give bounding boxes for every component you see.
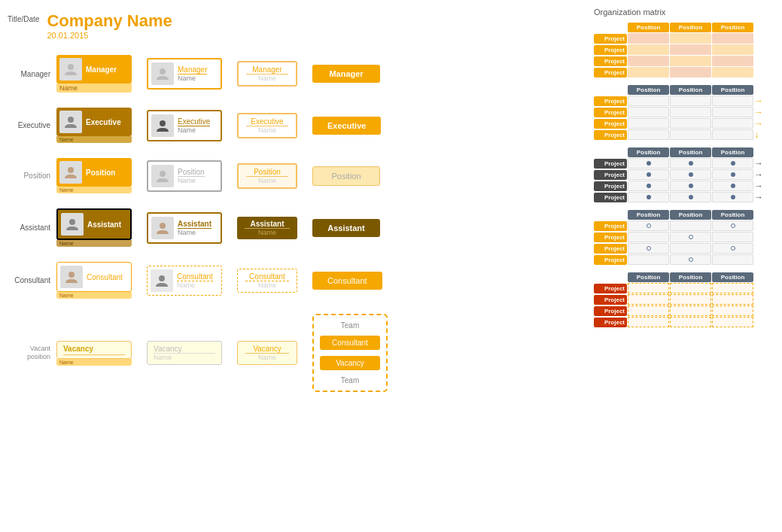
- assistant-title-3: Assistant: [245, 220, 290, 229]
- executive-title-1: Executive: [86, 118, 121, 126]
- executive-name-3: Name: [246, 126, 288, 134]
- consultant-card-3[interactable]: Consultant Name: [237, 269, 297, 293]
- executive-name-1: Name: [56, 136, 132, 143]
- matrix-row-4-2: Project: [594, 232, 774, 242]
- m2c-3-2: [670, 118, 711, 129]
- matrix-row-5-3: Project: [594, 306, 774, 316]
- svg-point-5: [160, 171, 166, 177]
- m2c-2-1: [628, 107, 669, 117]
- assistant-card-4[interactable]: Assistant: [312, 219, 380, 237]
- matrix-proj-5-4: Project: [594, 318, 627, 327]
- matrix-cell-2-1: [628, 44, 669, 55]
- assistant-card-2[interactable]: Assistant Name: [147, 212, 222, 244]
- team-label-bottom: Team: [341, 376, 359, 385]
- manager-title-1: Manager: [86, 65, 117, 74]
- assistant-name-1: Name: [56, 240, 132, 247]
- executive-title-2: Executive: [178, 117, 210, 126]
- m3c-4-2: [670, 192, 711, 202]
- company-date: 20.01.2015: [47, 31, 172, 40]
- assistant-card-3[interactable]: Assistant Name: [237, 217, 297, 239]
- manager-name-2: Name: [178, 74, 207, 82]
- m5c-4-2: [670, 317, 711, 327]
- vacant-row: Vacant position Vacancy Name Vacancy Nam…: [8, 314, 579, 392]
- consultant-name-2: Name: [177, 281, 213, 289]
- m5c-1-3: [712, 283, 753, 293]
- matrix-header-pos4-3: Position: [712, 210, 753, 220]
- consultant-row: Consultant Consultant Name: [8, 262, 579, 299]
- matrix-proj-3-1: Project: [594, 159, 627, 169]
- executive-photo-2: [151, 114, 174, 137]
- org-matrix-title: Organization matrix: [594, 8, 774, 17]
- matrix-row-1-1: Project: [594, 33, 774, 44]
- vacancy-name-2: Name: [154, 354, 215, 361]
- m4c-1-3: [712, 220, 753, 231]
- matrix-proj-4-2: Project: [594, 233, 627, 242]
- position-card-1[interactable]: Position Name: [56, 158, 132, 193]
- matrix-row-2-3: Project →: [594, 118, 774, 129]
- matrix-cell-3-1: [628, 56, 669, 66]
- position-row-label: Position: [8, 172, 56, 180]
- matrix-header-pos3-2: Position: [670, 147, 711, 157]
- manager-card-4[interactable]: Manager: [312, 65, 380, 83]
- vacancy-card-1[interactable]: Vacancy Name: [56, 341, 132, 366]
- matrix-row-3-2: Project →: [594, 169, 774, 180]
- assistant-card-1[interactable]: Assistant Name: [56, 208, 132, 247]
- matrix-proj-2-4: Project: [594, 130, 627, 140]
- consultant-card-4[interactable]: Consultant: [312, 272, 382, 290]
- matrix-header-pos-3: Position: [712, 23, 753, 32]
- matrix-row-2-4: Project ↓: [594, 129, 774, 140]
- executive-photo-1: [59, 111, 82, 133]
- executive-title-3: Executive: [246, 117, 288, 126]
- position-title-1: Position: [86, 169, 115, 177]
- executive-card-1[interactable]: Executive Name: [56, 108, 132, 143]
- matrix-header-pos-2: Position: [670, 23, 711, 32]
- position-card-3[interactable]: Position Name: [237, 163, 297, 189]
- matrix-header-pos5-1: Position: [628, 272, 669, 282]
- manager-card-2[interactable]: Manager Name: [147, 58, 222, 90]
- executive-card-4[interactable]: Executive: [312, 117, 381, 135]
- vacancy-card-2[interactable]: Vacancy Name: [147, 341, 222, 365]
- manager-card-3[interactable]: Manager Name: [237, 61, 297, 87]
- svg-point-6: [69, 219, 75, 225]
- matrix-cell-2-3: [712, 44, 753, 55]
- matrix-proj-2-2: Project: [594, 108, 627, 117]
- matrix-row-3-3: Project →: [594, 181, 774, 191]
- team-vacancy[interactable]: Vacancy: [320, 356, 380, 370]
- consultant-name-1: Name: [56, 292, 132, 299]
- m5c-3-1: [628, 306, 669, 316]
- m5c-2-1: [628, 294, 669, 305]
- m4c-2-1: [628, 232, 669, 242]
- position-card-4[interactable]: Position: [312, 166, 380, 186]
- position-card-2[interactable]: Position Name: [147, 160, 222, 192]
- consultant-title-2: Consultant: [177, 272, 213, 281]
- matrix-row-1-3: Project: [594, 56, 774, 66]
- executive-card-3[interactable]: Executive Name: [237, 113, 297, 138]
- matrix-row-5-1: Project: [594, 283, 774, 293]
- consultant-card-1[interactable]: Consultant Name: [56, 262, 132, 299]
- matrix-proj-1-1: Project: [594, 34, 627, 44]
- team-consultant[interactable]: Consultant: [320, 336, 380, 350]
- m4c-3-1: [628, 243, 669, 254]
- assistant-title-2: Assistant: [178, 220, 211, 228]
- vacancy-card-3[interactable]: Vacancy Name: [237, 341, 297, 365]
- executive-card-2[interactable]: Executive Name: [147, 110, 222, 141]
- matrix-proj-3-2: Project: [594, 170, 627, 180]
- svg-point-3: [160, 120, 166, 126]
- matrix-proj-4-4: Project: [594, 255, 627, 265]
- manager-title-3: Manager: [246, 65, 288, 74]
- manager-name-1: Name: [56, 84, 132, 93]
- svg-point-0: [68, 64, 74, 70]
- manager-name-3: Name: [246, 74, 288, 82]
- consultant-card-2[interactable]: Consultant Name: [147, 266, 222, 296]
- manager-card-1[interactable]: Manager Name: [56, 55, 132, 93]
- m2c-3-1: [628, 118, 669, 129]
- matrix-header-pos-1: Position: [628, 23, 669, 32]
- matrix-row-1-2: Project: [594, 44, 774, 55]
- matrix-header-pos5-3: Position: [712, 272, 753, 282]
- matrix-header-pos3-1: Position: [628, 147, 669, 157]
- matrix-section-1: Position Position Position Project Proje…: [594, 23, 774, 78]
- matrix-header-pos4-2: Position: [670, 210, 711, 220]
- executive-row: Executive Executive Name: [8, 108, 579, 143]
- m2c-4-2: [670, 129, 711, 140]
- matrix-header-pos2-1: Position: [628, 85, 669, 95]
